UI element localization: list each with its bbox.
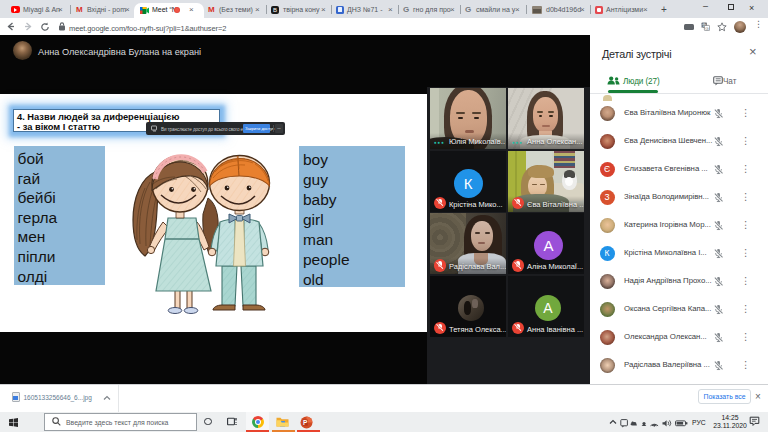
svg-text:P: P (303, 418, 308, 425)
